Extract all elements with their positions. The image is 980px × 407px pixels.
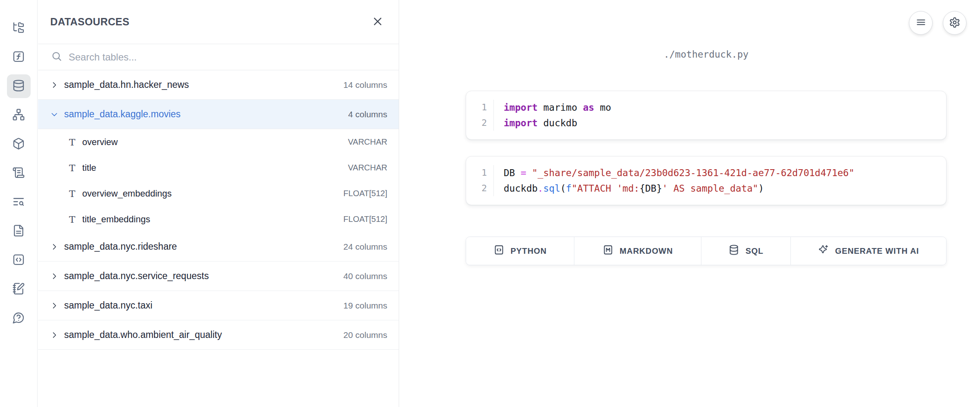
- sidebar-snippets-button[interactable]: [7, 248, 31, 272]
- chevron-right-icon: [50, 81, 58, 89]
- table-row-hacker-news[interactable]: sample_data.hn.hacker_news 14 columns: [38, 70, 399, 100]
- code-token: sql: [543, 183, 560, 194]
- sidebar-file-explorer-button[interactable]: [7, 16, 31, 40]
- code-line: import marimo as mo: [504, 100, 611, 115]
- add-sql-cell-button[interactable]: SQL: [701, 237, 791, 265]
- search-icon: [51, 51, 62, 63]
- line-number: 1: [482, 165, 487, 181]
- table-name: sample_data.kaggle.movies: [64, 109, 342, 120]
- function-square-icon: [12, 50, 25, 64]
- code-square-icon: [493, 244, 505, 257]
- notebook-filename[interactable]: ./motherduck.py: [466, 49, 947, 60]
- tables-list: sample_data.hn.hacker_news 14 columns sa…: [38, 70, 399, 350]
- table-row-who-ambient-air-quality[interactable]: sample_data.who.ambient_air_quality 20 c…: [38, 320, 399, 350]
- column-datatype: VARCHAR: [348, 137, 387, 147]
- panel-title: DATASOURCES: [50, 16, 129, 28]
- column-row-title-embeddings[interactable]: T title_embeddings FLOAT[512]: [38, 206, 399, 232]
- table-row-kaggle-movies[interactable]: sample_data.kaggle.movies 4 columns: [38, 100, 399, 129]
- code-token: duckdb: [538, 118, 577, 128]
- scroll-text-icon: [12, 166, 25, 180]
- column-row-overview[interactable]: T overview VARCHAR: [38, 129, 399, 155]
- code-token: import: [504, 118, 538, 128]
- table-row-nyc-service-requests[interactable]: sample_data.nyc.service_requests 40 colu…: [38, 262, 399, 291]
- code-line: duckdb.sql(f"ATTACH 'md:{DB}' AS sample_…: [504, 181, 855, 196]
- database-icon: [728, 244, 739, 257]
- code-token: marimo: [538, 102, 583, 113]
- column-name: title: [82, 163, 341, 173]
- add-sql-label: SQL: [746, 246, 763, 256]
- line-number-gutter: 1 2: [466, 100, 494, 131]
- close-panel-button[interactable]: [368, 13, 386, 31]
- sidebar-logs-button[interactable]: [7, 161, 31, 185]
- code-token: [526, 168, 532, 178]
- sidebar-help-button[interactable]: [7, 306, 31, 330]
- notebook-pen-icon: [12, 282, 25, 296]
- column-type-icon: T: [69, 163, 75, 173]
- chevron-right-icon: [50, 272, 58, 280]
- code-token: as: [583, 102, 594, 113]
- code-token: ' AS sample_data": [662, 183, 758, 194]
- sidebar-packages-button[interactable]: [7, 132, 31, 156]
- column-datatype: FLOAT[512]: [344, 215, 387, 224]
- code-token: =: [521, 168, 527, 178]
- table-name: sample_data.who.ambient_air_quality: [64, 329, 338, 340]
- sidebar-helpers-button[interactable]: [7, 45, 31, 69]
- sidebar-dependencies-button[interactable]: [7, 103, 31, 127]
- line-number: 2: [482, 181, 487, 196]
- table-row-nyc-taxi[interactable]: sample_data.nyc.taxi 19 columns: [38, 291, 399, 320]
- code-editor[interactable]: DB = "_share/sample_data/23b0d623-1361-4…: [494, 165, 855, 196]
- line-number: 1: [482, 100, 487, 115]
- column-row-title[interactable]: T title VARCHAR: [38, 155, 399, 181]
- add-markdown-cell-button[interactable]: MARKDOWN: [574, 237, 701, 265]
- code-token: ): [758, 183, 764, 194]
- code-token: import: [504, 102, 538, 113]
- sparkles-icon: [818, 244, 829, 257]
- column-row-overview-embeddings[interactable]: T overview_embeddings FLOAT[512]: [38, 181, 399, 206]
- search-row: [38, 44, 399, 70]
- close-icon: [372, 16, 383, 28]
- gear-icon: [949, 17, 960, 29]
- database-icon: [12, 79, 25, 93]
- folder-tree-icon: [12, 21, 25, 35]
- help-bubble-icon: [12, 311, 25, 325]
- sidebar-search-logs-button[interactable]: [7, 190, 31, 214]
- column-datatype: FLOAT[512]: [344, 189, 387, 198]
- code-token: "_share/sample_data/23b0d623-1361-421d-a…: [532, 168, 854, 178]
- add-python-cell-button[interactable]: PYTHON: [466, 237, 574, 265]
- column-type-icon: T: [69, 188, 75, 199]
- sidebar-datasources-button[interactable]: [7, 74, 31, 98]
- datasources-panel: DATASOURCES sample_data.hn.hacker_news 1…: [38, 0, 399, 407]
- table-column-count: 4 columns: [348, 110, 387, 119]
- table-column-count: 14 columns: [344, 80, 387, 90]
- sidebar-documentation-button[interactable]: [7, 219, 31, 243]
- network-icon: [12, 108, 25, 122]
- code-cell-attach-db[interactable]: 1 2 DB = "_share/sample_data/23b0d623-13…: [466, 156, 947, 205]
- code-cell-imports[interactable]: 1 2 import marimo as mo import duckdb: [466, 91, 947, 140]
- chevron-down-icon: [50, 110, 58, 119]
- generate-with-ai-label: GENERATE WITH AI: [835, 246, 919, 256]
- column-type-icon: T: [69, 214, 75, 225]
- code-line: import duckdb: [504, 115, 611, 131]
- table-row-nyc-rideshare[interactable]: sample_data.nyc.rideshare 24 columns: [38, 232, 399, 262]
- notebook-content: ./motherduck.py 1 2 import marimo as mo …: [466, 0, 947, 265]
- code-token: DB: [504, 168, 521, 178]
- code-token: {DB}: [639, 183, 662, 194]
- text-search-icon: [12, 195, 25, 209]
- table-column-count: 40 columns: [344, 271, 387, 281]
- column-datatype: VARCHAR: [348, 163, 387, 172]
- code-token: (: [560, 183, 566, 194]
- markdown-icon: [603, 244, 614, 257]
- table-name: sample_data.hn.hacker_news: [64, 79, 338, 90]
- notebook-area: ./motherduck.py 1 2 import marimo as mo …: [400, 0, 980, 407]
- table-column-count: 19 columns: [344, 301, 387, 311]
- code-editor[interactable]: import marimo as mo import duckdb: [494, 100, 611, 131]
- sidebar-scratchpad-button[interactable]: [7, 277, 31, 301]
- generate-with-ai-button[interactable]: GENERATE WITH AI: [791, 237, 946, 265]
- chevron-right-icon: [50, 331, 58, 339]
- code-token: duckdb: [504, 183, 538, 194]
- code-token: f: [566, 183, 571, 194]
- code-square-icon: [12, 253, 25, 267]
- add-markdown-label: MARKDOWN: [620, 246, 673, 256]
- column-type-icon: T: [69, 137, 75, 148]
- search-tables-input[interactable]: [69, 51, 386, 63]
